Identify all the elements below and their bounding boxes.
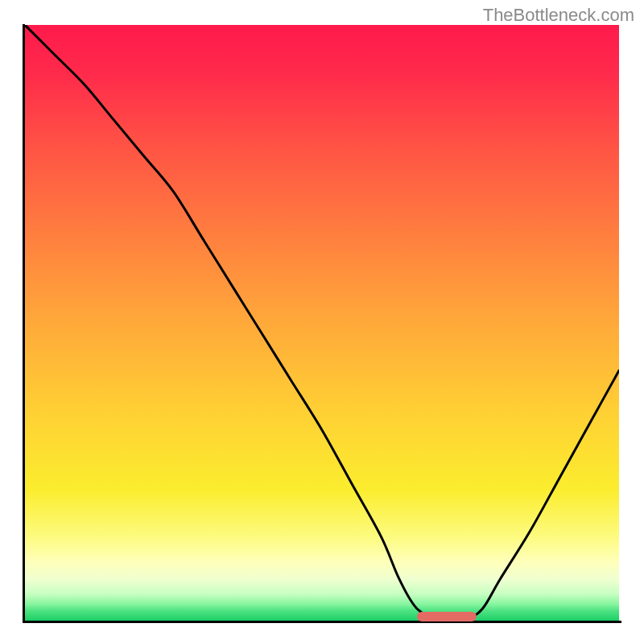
chart-curve — [25, 25, 619, 621]
optimal-marker — [417, 612, 477, 621]
watermark: TheBottleneck.com — [483, 5, 634, 26]
x-axis — [23, 621, 621, 623]
chart-container: TheBottleneck.com — [0, 0, 644, 644]
